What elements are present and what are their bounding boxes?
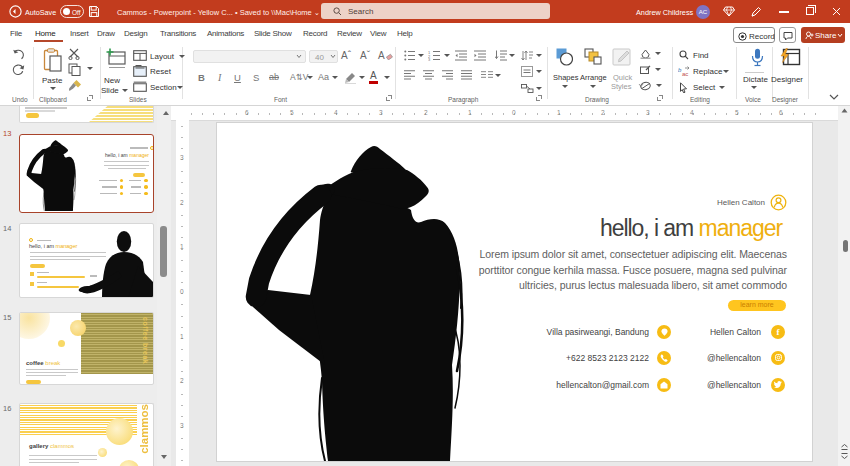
- svg-text:ac: ac: [682, 71, 688, 77]
- svg-text:3: 3: [428, 57, 431, 61]
